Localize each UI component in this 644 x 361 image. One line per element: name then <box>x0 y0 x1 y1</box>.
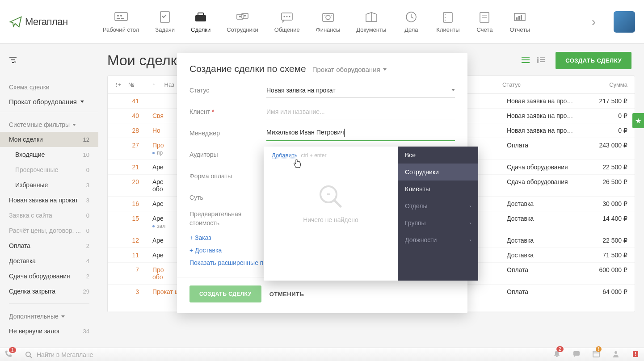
avatar[interactable] <box>614 11 635 33</box>
sidebar-item[interactable]: Доставка4 <box>0 253 98 269</box>
sidebar-item[interactable]: Сдача оборудования2 <box>0 269 98 284</box>
nav-icon <box>278 10 296 23</box>
sidebar-item[interactable]: Расчёт цены, договор, ...0 <box>0 223 98 238</box>
nav-item-10[interactable]: Отчёты <box>501 7 538 37</box>
svg-point-15 <box>289 16 290 17</box>
sidebar-item[interactable]: Оплата2 <box>0 238 98 253</box>
chevron-right-icon: › <box>469 237 471 243</box>
nav-label: Задачи <box>155 26 175 33</box>
svg-point-13 <box>284 16 285 17</box>
logo[interactable]: Мегаплан <box>9 15 68 29</box>
popover-category[interactable]: Группы› <box>398 214 478 231</box>
popover-category[interactable]: Все <box>398 147 478 164</box>
sidebar-sysfilters-label[interactable]: Системные фильтры <box>0 117 98 132</box>
sidebar-item[interactable]: Заявка с сайта0 <box>0 208 98 223</box>
nav-item-8[interactable]: Клиенты <box>428 7 467 37</box>
svg-line-43 <box>30 356 32 358</box>
modal-cancel-button[interactable]: ОТМЕНИТЬ <box>269 291 304 298</box>
sidebar-additional-label[interactable]: Дополнительные <box>0 308 98 323</box>
bell-icon[interactable]: 2 <box>553 350 561 360</box>
svg-rect-3 <box>117 18 120 19</box>
svg-point-22 <box>445 14 446 15</box>
filter-icon[interactable]: x <box>9 56 18 65</box>
svg-point-11 <box>244 15 246 17</box>
nav-label: Общение <box>274 26 300 33</box>
phone-icon[interactable]: 1 <box>4 350 13 360</box>
card-view-icon[interactable] <box>537 57 545 65</box>
empty-state: Ничего не найдено <box>272 159 390 248</box>
create-deal-button[interactable]: СОЗДАТЬ СДЕЛКУ <box>556 52 631 69</box>
svg-rect-29 <box>516 17 518 20</box>
nav-item-5[interactable]: Финансы <box>308 7 349 37</box>
popover-add-link[interactable]: Добавить <box>272 152 297 159</box>
modal-scheme-select[interactable]: Прокат оборудования <box>312 66 387 73</box>
list-view-icon[interactable] <box>522 57 530 65</box>
bottom-bar: 1 Найти в Мегаплане 2 ! ! <box>0 348 644 361</box>
svg-rect-40 <box>327 193 330 195</box>
sidebar-item[interactable]: Избранные3 <box>0 177 98 193</box>
svg-rect-34 <box>540 57 545 58</box>
nav-item-6[interactable]: Документы <box>348 7 394 37</box>
sidebar-item[interactable]: Мои сделки12 <box>0 132 98 147</box>
svg-rect-37 <box>537 61 539 63</box>
svg-rect-35 <box>537 59 539 61</box>
sidebar-item[interactable]: Новая заявка на прокат3 <box>0 193 98 208</box>
calendar-icon[interactable]: ! <box>592 350 600 360</box>
nav-item-2[interactable]: Сделки <box>183 7 219 37</box>
popover-results: Добавитьctrl + enter Ничего не найдено <box>264 147 398 281</box>
auditors-label: Аудиторы <box>189 151 266 158</box>
svg-point-9 <box>239 16 241 17</box>
nav-item-7[interactable]: Дела <box>394 7 428 37</box>
popover-category[interactable]: Должности› <box>398 231 478 248</box>
popover-category[interactable]: Отделы› <box>398 197 478 214</box>
col-status[interactable]: Статус <box>502 81 578 88</box>
sidebar: Схема сделки Прокат оборудования Системн… <box>0 76 98 361</box>
chat-icon[interactable] <box>572 350 581 360</box>
nav-item-1[interactable]: Задачи <box>147 7 183 37</box>
nav-more-icon[interactable]: › <box>587 15 600 29</box>
modal-footer: СОЗДАТЬ СДЕЛКУ ОТМЕНИТЬ <box>177 277 467 313</box>
col-number[interactable]: № <box>128 81 152 88</box>
nav-icon <box>476 10 493 23</box>
sidebar-scheme-select[interactable]: Прокат оборудования <box>0 94 98 112</box>
svg-rect-16 <box>323 13 333 21</box>
global-search[interactable]: Найти в Мегаплане <box>21 351 545 358</box>
svg-text:x: x <box>14 60 16 63</box>
feedback-tab[interactable]: ★ <box>632 113 644 128</box>
columns-config-icon[interactable]: ⫶+ <box>115 81 128 88</box>
svg-rect-38 <box>540 61 545 62</box>
nav-icon <box>511 10 529 23</box>
nav-item-4[interactable]: Общение <box>266 7 308 37</box>
col-sum[interactable]: Сумма <box>578 81 627 88</box>
svg-point-2 <box>120 15 122 17</box>
svg-point-14 <box>286 16 288 17</box>
svg-point-47 <box>615 351 617 354</box>
alert-icon[interactable]: ! <box>631 350 640 360</box>
popover-category[interactable]: Клиенты <box>398 180 478 197</box>
modal-submit-button[interactable]: СОЗДАТЬ СДЕЛКУ <box>189 285 261 302</box>
nav-label: Сотрудники <box>227 26 258 33</box>
search-empty-icon <box>317 183 344 210</box>
profile-icon[interactable] <box>612 350 620 360</box>
nav-icon <box>402 10 420 23</box>
sidebar-item[interactable]: Сделка закрыта29 <box>0 284 98 299</box>
sidebar-item[interactable]: Не вернули залог34 <box>0 323 98 339</box>
sidebar-scheme-value: Прокат оборудования <box>9 98 77 105</box>
status-select[interactable]: Новая заявка на прокат <box>266 83 455 98</box>
top-nav: Мегаплан Рабочий столЗадачиСделкиСотрудн… <box>0 0 644 44</box>
client-input[interactable]: Имя или название... <box>266 105 455 119</box>
manager-input[interactable]: Михальков Иван Петрович <box>266 125 455 141</box>
nav-icon <box>319 10 337 23</box>
nav-item-3[interactable]: Сотрудники <box>219 7 266 37</box>
client-label: Клиент * <box>189 108 266 115</box>
nav-item-0[interactable]: Рабочий стол <box>95 7 147 37</box>
chevron-down-icon <box>451 89 455 91</box>
sidebar-item[interactable]: Входящие10 <box>0 147 98 162</box>
svg-point-24 <box>445 20 446 21</box>
nav-label: Рабочий стол <box>103 26 139 33</box>
status-label: Статус <box>189 87 266 94</box>
sidebar-item[interactable]: Просроченные0 <box>0 162 98 177</box>
popover-category[interactable]: Сотрудники <box>398 164 478 180</box>
chevron-right-icon: › <box>469 220 471 226</box>
nav-item-9[interactable]: Счета <box>467 7 501 37</box>
